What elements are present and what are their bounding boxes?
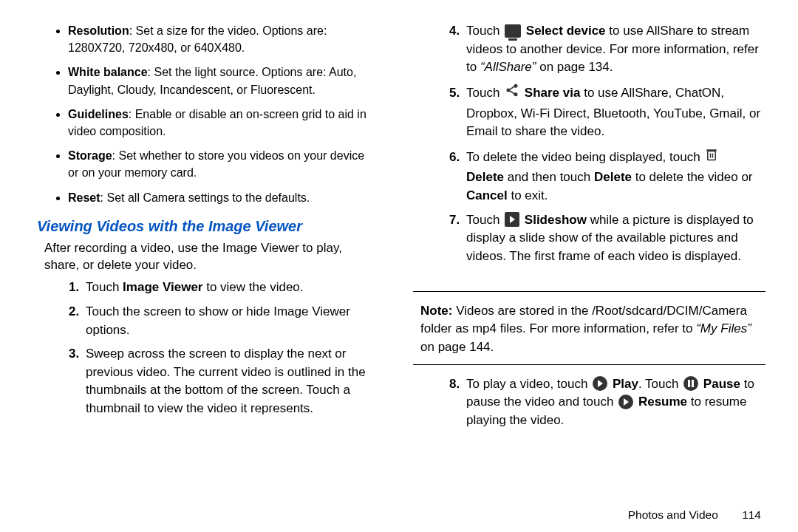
bullet-guidelines: Guidelines: Enable or disable an on-scre… — [68, 106, 388, 140]
pause-icon — [683, 376, 698, 391]
steps-left: Touch Image Viewer to view the video. To… — [30, 279, 388, 423]
steps-right-2: To play a video, touch Play. Touch Pause… — [410, 375, 768, 436]
step-8: To play a video, touch Play. Touch Pause… — [463, 375, 768, 430]
footer-section: Photos and Video — [628, 508, 718, 521]
bullet-storage: Storage: Set whether to store you videos… — [68, 147, 388, 181]
divider-top — [413, 291, 765, 292]
settings-bullet-list: Resolution: Set a size for the video. Op… — [30, 22, 388, 214]
divider-bottom — [413, 364, 765, 365]
step-3: Sweep across the screen to display the n… — [83, 345, 388, 418]
bullet-white-balance: White balance: Set the light source. Opt… — [68, 64, 388, 98]
share-icon — [505, 83, 519, 103]
right-column: Touch Select device to use AllShare to s… — [410, 22, 768, 517]
step-7: Touch Slideshow while a picture is displ… — [463, 211, 768, 266]
step-5: Touch Share via to use AllShare, ChatON,… — [463, 83, 768, 141]
intro-text: After recording a video, use the Image V… — [44, 239, 373, 275]
step-2: Touch the screen to show or hide Image V… — [83, 303, 388, 339]
section-heading: Viewing Videos with the Image Viewer — [37, 218, 388, 235]
slideshow-icon — [505, 212, 519, 227]
left-column: Resolution: Set a size for the video. Op… — [30, 22, 388, 517]
delete-icon — [705, 147, 718, 168]
manual-page: Resolution: Set a size for the video. Op… — [0, 0, 798, 532]
footer-page-number: 114 — [742, 508, 761, 521]
step-1: Touch Image Viewer to view the video. — [83, 279, 388, 297]
step-6: To delete the video being displayed, tou… — [463, 147, 768, 205]
step-4: Touch Select device to use AllShare to s… — [463, 22, 768, 77]
svg-rect-4 — [707, 149, 717, 151]
note-block: Note: Videos are stored in the /Root/sdc… — [420, 302, 761, 357]
play-icon — [593, 376, 607, 391]
select-device-icon — [505, 24, 521, 38]
page-footer: Photos and Video 114 — [628, 508, 761, 522]
svg-rect-3 — [708, 151, 716, 160]
bullet-reset: Reset: Set all Camera settings to the de… — [68, 189, 388, 206]
steps-right: Touch Select device to use AllShare to s… — [410, 22, 768, 272]
bullet-resolution: Resolution: Set a size for the video. Op… — [68, 22, 388, 56]
resume-icon — [618, 395, 633, 409]
